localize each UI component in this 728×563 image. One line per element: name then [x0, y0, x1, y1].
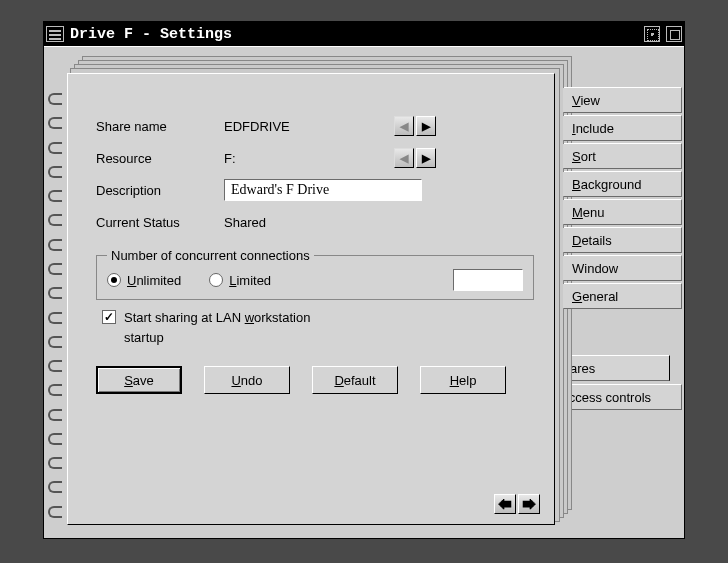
row-share-name: Share name EDFDRIVE ◀ ▶ — [96, 110, 534, 142]
tab-access-controls[interactable]: Access controls — [552, 384, 682, 410]
radio-dot-icon — [107, 273, 121, 287]
tab-shares[interactable]: Shares — [546, 355, 670, 381]
radio-limited[interactable]: Limited — [209, 273, 271, 288]
share-name-prev-button[interactable]: ◀ — [394, 116, 414, 136]
value-share-name: EDFDRIVE — [224, 119, 394, 134]
autostart-label: Start sharing at LAN workstation startup — [124, 308, 310, 348]
concurrent-connections-group: Number of concurrent connections Unlimit… — [96, 248, 534, 300]
restore-button[interactable] — [666, 26, 682, 42]
tab-general[interactable]: General — [564, 283, 682, 309]
notebook-page-shares: Share name EDFDRIVE ◀ ▶ Resource F: ◀ ▶ — [67, 73, 555, 525]
tab-view[interactable]: View — [564, 87, 682, 113]
checkmark-icon: ✓ — [102, 310, 116, 324]
tab-include[interactable]: Include — [564, 115, 682, 141]
window-client: View Include Sort Background Menu Detail… — [44, 46, 684, 538]
tab-window[interactable]: Window — [564, 255, 682, 281]
page-navigation: 🡄 🡆 — [494, 494, 540, 514]
resource-prev-button[interactable]: ◀ — [394, 148, 414, 168]
window-title: Drive F - Settings — [70, 26, 638, 43]
radio-unlimited[interactable]: Unlimited — [107, 273, 181, 288]
radio-dot-icon — [209, 273, 223, 287]
help-button[interactable]: Help — [420, 366, 506, 394]
share-name-next-button[interactable]: ▶ — [416, 116, 436, 136]
row-status: Current Status Shared — [96, 206, 534, 238]
share-form: Share name EDFDRIVE ◀ ▶ Resource F: ◀ ▶ — [96, 110, 534, 394]
notebook-tabs-primary: View Include Sort Background Menu Detail… — [564, 87, 682, 309]
tab-menu[interactable]: Menu — [564, 199, 682, 225]
label-status: Current Status — [96, 215, 224, 230]
titlebar[interactable]: Drive F - Settings — [44, 22, 684, 46]
tab-background[interactable]: Background — [564, 171, 682, 197]
label-resource: Resource — [96, 151, 224, 166]
system-menu-icon[interactable] — [46, 26, 64, 42]
resource-next-button[interactable]: ▶ — [416, 148, 436, 168]
notebook-tabs-secondary: Shares Access controls — [552, 355, 682, 410]
page-next-button[interactable]: 🡆 — [518, 494, 540, 514]
value-status: Shared — [224, 215, 394, 230]
concurrent-legend: Number of concurrent connections — [107, 248, 314, 263]
label-share-name: Share name — [96, 119, 224, 134]
value-resource: F: — [224, 151, 394, 166]
page-prev-button[interactable]: 🡄 — [494, 494, 516, 514]
notebook-spiral — [44, 83, 66, 528]
description-input[interactable] — [224, 179, 422, 201]
default-button[interactable]: Default — [312, 366, 398, 394]
maximize-button[interactable] — [644, 26, 660, 42]
undo-button[interactable]: Undo — [204, 366, 290, 394]
tab-details[interactable]: Details — [564, 227, 682, 253]
row-description: Description — [96, 174, 534, 206]
tab-sort[interactable]: Sort — [564, 143, 682, 169]
row-resource: Resource F: ◀ ▶ — [96, 142, 534, 174]
autostart-checkbox[interactable]: ✓ Start sharing at LAN workstation start… — [102, 308, 534, 348]
save-button[interactable]: Save — [96, 366, 182, 394]
connection-limit-input[interactable] — [453, 269, 523, 291]
label-description: Description — [96, 183, 224, 198]
settings-window: Drive F - Settings View Include Sort Bac… — [43, 21, 685, 539]
button-row: Save Undo Default Help — [96, 366, 534, 394]
